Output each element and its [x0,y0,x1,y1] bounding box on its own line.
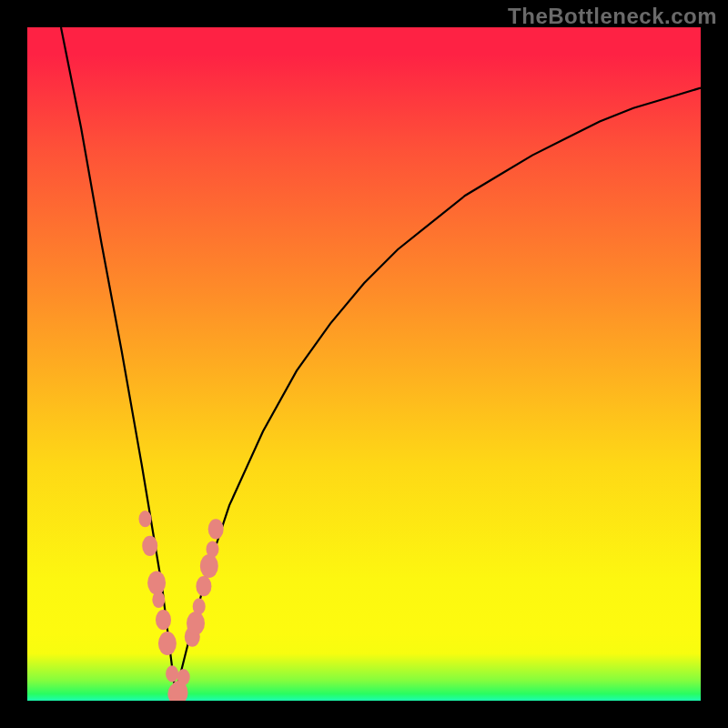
trough-marker [193,598,206,614]
trough-marker [156,610,171,630]
watermark-text: TheBottleneck.com [508,4,717,29]
trough-marker [147,571,166,595]
trough-marker [139,511,152,527]
trough-marker [187,612,205,635]
trough-marker [158,632,177,655]
plot-area [27,27,701,701]
trough-marker [142,536,157,556]
trough-marker [208,519,224,539]
trough-marker [207,541,219,557]
trough-marker [177,669,190,685]
trough-marker [200,554,218,578]
trough-markers [27,27,701,701]
trough-marker [152,592,165,608]
trough-marker [196,576,211,596]
trough-marker [166,665,178,682]
chart-container: TheBottleneck.com [0,0,728,728]
